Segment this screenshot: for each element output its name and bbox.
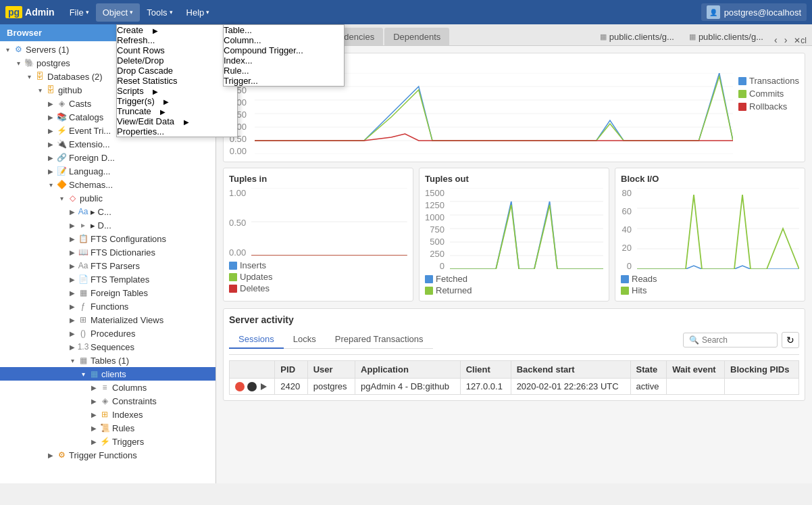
play-button[interactable] (261, 383, 267, 390)
tree-node-indexes[interactable]: ▶ ⊞ Indexes (0, 408, 215, 421)
toggle-foreign-d[interactable]: ▶ (46, 154, 55, 162)
toggle-columns[interactable]: ▶ (89, 384, 99, 391)
toggle-mat-views[interactable]: ▶ (68, 316, 77, 324)
tools-menu[interactable]: Tools ▾ (140, 3, 179, 22)
create-column[interactable]: Column... (224, 35, 344, 45)
tab-path-1[interactable]: ▦ public.clients/g... (593, 28, 681, 45)
tree-node-dom[interactable]: ▶ ▸ ▸ D... (0, 218, 215, 232)
legend-updates: Updates (229, 272, 407, 282)
create-table[interactable]: Table... (224, 25, 344, 35)
menu-reset-stats[interactable]: Reset Statistics (117, 76, 237, 86)
row-actions (235, 382, 269, 391)
toggle-foreign-tables[interactable]: ▶ (68, 289, 77, 297)
create-rule[interactable]: Rule... (224, 66, 344, 76)
toggle-triggers[interactable]: ▶ (89, 438, 99, 446)
toggle-fts-conf[interactable]: ▶ (68, 235, 77, 243)
menu-scripts[interactable]: Scripts ▶ (117, 86, 237, 96)
toggle-trigger-functions[interactable]: ▶ (46, 452, 55, 459)
tree-node-constraints[interactable]: ▶ ◈ Constraints (0, 394, 215, 408)
tree-node-fts-conf[interactable]: ▶ 📋 FTS Configurations (0, 232, 215, 245)
toggle-catalogs[interactable]: ▶ (46, 114, 55, 121)
tree-node-mat-views[interactable]: ▶ ⊞ Materialized Views (0, 313, 215, 327)
tree-node-fts-dict[interactable]: ▶ 📖 FTS Dictionaries (0, 245, 215, 259)
help-menu[interactable]: Help ▾ (180, 3, 217, 22)
toggle-dom[interactable]: ▶ (68, 222, 77, 229)
tree-node-fts-parsers[interactable]: ▶ Aa FTS Parsers (0, 259, 215, 272)
toggle-tables[interactable]: ▾ (68, 357, 77, 364)
menu-properties[interactable]: Properties... (117, 126, 237, 137)
tree-node-languages[interactable]: ▶ 📝 Languag... (0, 164, 215, 178)
tree-node-columns[interactable]: ▶ ≡ Columns (0, 381, 215, 394)
toggle-sequences[interactable]: ▶ (68, 343, 77, 351)
menu-drop-cascade[interactable]: Drop Cascade (117, 66, 237, 76)
header-actions (230, 361, 275, 379)
create-index[interactable]: Index... (224, 55, 344, 66)
tree-node-trigger-functions[interactable]: ▶ ⚙ Trigger Functions (0, 448, 215, 462)
toggle-rules[interactable]: ▶ (89, 425, 99, 432)
menu-create[interactable]: Create ▶ (117, 25, 237, 35)
toggle-servers[interactable]: ▾ (3, 46, 12, 53)
tree-node-procedures[interactable]: ▶ () Procedures (0, 327, 215, 340)
tree-node-public[interactable]: ▾ ◇ public (0, 191, 215, 205)
tab-next[interactable]: › (782, 34, 790, 45)
menu-refresh[interactable]: Refresh... (117, 35, 237, 45)
legend-dot-fetched (425, 275, 433, 283)
tuples-in-card: Tuples in 1.00 0.50 0.00 (223, 168, 413, 302)
toggle-fts-templates[interactable]: ▶ (68, 276, 77, 283)
tree-node-coll[interactable]: ▶ Aa ▸ C... (0, 205, 215, 218)
square-button[interactable] (247, 382, 257, 391)
toggle-fts-dict[interactable]: ▶ (68, 249, 77, 256)
toggle-github[interactable]: ▾ (35, 87, 45, 94)
toggle-constraints[interactable]: ▶ (89, 398, 99, 405)
tree-node-schemas[interactable]: ▾ 🔶 Schemas... (0, 178, 215, 191)
tab-path-2[interactable]: ▦ public.clients/g... (682, 28, 770, 45)
truncate-arrow: ▶ (160, 108, 166, 116)
tab-dependents[interactable]: Dependents (384, 28, 449, 45)
tree-node-rules[interactable]: ▶ 📜 Rules (0, 421, 215, 435)
menu-truncate[interactable]: Truncate ▶ (117, 106, 237, 116)
menu-triggers[interactable]: Trigger(s) ▶ (117, 96, 237, 106)
activity-tab-prepared[interactable]: Prepared Transactions (326, 331, 433, 348)
toggle-databases[interactable]: ▾ (24, 73, 34, 80)
legend-dot-hits (621, 287, 629, 295)
toggle-casts[interactable]: ▶ (46, 100, 55, 107)
activity-tab-locks[interactable]: Locks (284, 331, 326, 348)
toggle-functions[interactable]: ▶ (68, 303, 77, 310)
menu-view-edit[interactable]: View/Edit Data ▶ (117, 116, 237, 126)
toggle-languages[interactable]: ▶ (46, 168, 55, 175)
toggle-event-tri[interactable]: ▶ (46, 127, 55, 135)
tree-node-fts-templates[interactable]: ▶ 📄 FTS Templates (0, 272, 215, 286)
tree-node-foreign-d[interactable]: ▶ 🔗 Foreign D... (0, 151, 215, 164)
activity-tab-sessions[interactable]: Sessions (229, 331, 284, 349)
tab-close[interactable]: ✕cl (791, 36, 809, 45)
tab-prev[interactable]: ‹ (771, 34, 780, 45)
object-menu[interactable]: Object ▾ (96, 3, 141, 22)
toggle-coll[interactable]: ▶ (68, 208, 77, 216)
tree-node-extensions[interactable]: ▶ 🔌 Extensio... (0, 137, 215, 151)
file-menu[interactable]: File ▾ (63, 3, 96, 22)
header-backend-start: Backend start (511, 361, 630, 379)
search-input[interactable] (702, 335, 769, 345)
menu-delete-drop[interactable]: Delete/Drop (117, 55, 237, 66)
tree-node-tables[interactable]: ▾ ▦ Tables (1) (0, 354, 215, 367)
tree-node-triggers[interactable]: ▶ ⚡ Triggers (0, 435, 215, 448)
tree-node-functions[interactable]: ▶ ƒ Functions (0, 299, 215, 313)
legend-dot-returned (425, 287, 433, 295)
toggle-postgres[interactable]: ▾ (14, 59, 23, 67)
create-trigger[interactable]: Trigger... (224, 76, 344, 86)
search-container: 🔍 (683, 333, 778, 347)
tree-node-foreign-tables[interactable]: ▶ ▦ Foreign Tables (0, 286, 215, 299)
legend-fetched: Fetched (425, 274, 603, 284)
toggle-public[interactable]: ▾ (57, 195, 66, 202)
toggle-clients[interactable]: ▾ (78, 370, 88, 378)
toggle-fts-parsers[interactable]: ▶ (68, 262, 77, 270)
tree-node-clients[interactable]: ▾ ▦ clients (0, 367, 215, 381)
stop-button[interactable] (235, 382, 245, 391)
toggle-schemas[interactable]: ▾ (46, 181, 55, 189)
toggle-procedures[interactable]: ▶ (68, 330, 77, 337)
menu-count-rows[interactable]: Count Rows (117, 45, 237, 55)
refresh-button[interactable]: ↻ (782, 332, 799, 348)
toggle-indexes[interactable]: ▶ (89, 411, 99, 418)
toggle-extensions[interactable]: ▶ (46, 141, 55, 148)
tree-node-sequences[interactable]: ▶ 1.3 Sequences (0, 340, 215, 354)
